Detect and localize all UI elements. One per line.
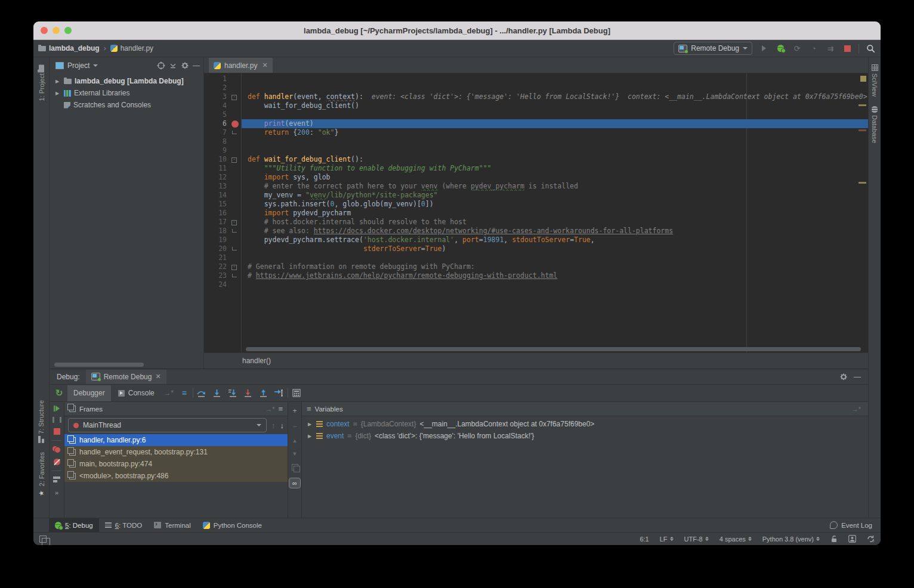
gutter-line[interactable]: 14 <box>204 191 241 200</box>
tool-stripe-project[interactable]: 1: Project <box>38 61 45 106</box>
run-button[interactable] <box>758 43 769 54</box>
step-into-button[interactable] <box>210 387 224 399</box>
move-down-button[interactable]: ▼ <box>292 451 298 457</box>
code-line[interactable] <box>242 253 868 262</box>
caret-position[interactable]: 6:1 <box>640 536 649 543</box>
locate-file-icon[interactable] <box>157 61 165 70</box>
code-line[interactable]: sys.path.insert(0, glob.glob(my_venv)[0]… <box>242 200 868 209</box>
gutter-line[interactable]: 1 <box>204 75 241 83</box>
code-line[interactable] <box>242 75 868 83</box>
expand-arrow-icon[interactable]: ▶ <box>308 434 313 439</box>
run-with-coverage-button[interactable]: ◔ <box>808 43 819 54</box>
chevron-down-icon[interactable] <box>93 64 98 67</box>
collapse-all-icon[interactable] <box>169 61 177 70</box>
stop-button[interactable] <box>842 43 853 54</box>
fold-marker-icon[interactable] <box>232 247 237 250</box>
project-tree-item[interactable]: ▶lambda_debug [Lambda Debug] <box>50 75 203 87</box>
project-view-title[interactable]: Project <box>67 61 89 70</box>
stop-button[interactable] <box>54 428 60 435</box>
hamburger-menu-icon[interactable]: ≡ <box>278 404 283 413</box>
run-configuration-select[interactable]: Remote Debug <box>674 42 752 55</box>
show-watches-button[interactable]: ∞ <box>289 478 301 488</box>
duplicate-watch-icon[interactable] <box>292 464 298 471</box>
gutter-line[interactable]: 20 <box>204 245 241 253</box>
editor-breadcrumb[interactable]: handler() <box>204 352 868 369</box>
step-into-my-code-button[interactable] <box>226 387 240 399</box>
fold-marker-icon[interactable] <box>232 274 237 277</box>
project-tree-item[interactable]: Scratches and Consoles <box>50 99 203 111</box>
expand-arrow-icon[interactable]: ▶ <box>55 79 61 84</box>
toolwindow-button-5-debug[interactable]: 5: Debug <box>49 518 99 532</box>
gutter-line[interactable]: 12 <box>204 173 241 182</box>
frame-row[interactable]: <module>, bootstrap.py:486 <box>64 470 288 482</box>
code-line[interactable]: wait_for_debug_client() <box>242 101 868 110</box>
hide-tool-window-icon[interactable]: — <box>193 61 200 70</box>
code-line[interactable]: # https://www.jetbrains.com/help/pycharm… <box>242 271 868 280</box>
fold-marker-icon[interactable]: - <box>231 95 237 100</box>
gutter-line[interactable]: 15 <box>204 200 241 209</box>
frame-row[interactable]: handler, handler.py:6 <box>64 434 288 446</box>
code-line[interactable]: import pydevd_pycharm <box>242 209 868 218</box>
code-line[interactable] <box>242 110 868 119</box>
rerun-debugger-button[interactable]: ↻ <box>52 387 66 399</box>
code-editor[interactable]: 123-45678910-11121314151617-1819202122-2… <box>204 73 868 352</box>
code-line[interactable] <box>242 137 868 146</box>
code-line[interactable]: # host.docker.internal should resolve to… <box>242 218 868 227</box>
editor-horizontal-scrollbar[interactable] <box>246 347 861 351</box>
status-widget-python-3-8-venv-[interactable]: Python 3.8 (venv) <box>762 536 820 543</box>
scrollbar-mark[interactable] <box>859 104 866 106</box>
code-line[interactable]: my_venv = "venv/lib/python*/site-package… <box>242 191 868 200</box>
resume-button[interactable] <box>54 406 60 411</box>
toolwindow-button-python-console[interactable]: Python Console <box>197 518 268 532</box>
tool-stripe-sciview[interactable]: SciView <box>871 60 878 101</box>
move-up-button[interactable]: ▲ <box>292 438 298 444</box>
frame-row[interactable]: main, bootstrap.py:474 <box>64 458 288 470</box>
project-tree-item[interactable]: ▶External Libraries <box>50 87 203 99</box>
lock-button[interactable] <box>830 535 838 543</box>
variable-row[interactable]: ▶event = {dict} <class 'dict'>: {'messag… <box>302 430 868 442</box>
code-line[interactable]: return {200: "ok"} <box>242 128 868 137</box>
next-frame-button[interactable]: ↓ <box>280 421 285 430</box>
scrollbar-mark[interactable] <box>860 76 866 82</box>
code-line[interactable]: # General information on remote debuggin… <box>242 262 868 271</box>
gutter-line[interactable]: 2 <box>204 83 241 92</box>
gear-icon[interactable] <box>839 373 848 381</box>
gutter-line[interactable]: 6 <box>204 119 241 128</box>
code-line[interactable] <box>242 146 868 155</box>
breakpoint-icon[interactable] <box>231 120 239 128</box>
code-line[interactable] <box>242 280 868 289</box>
execution-line[interactable]: print(event) <box>242 119 868 128</box>
toolwindow-button-terminal[interactable]: Terminal <box>148 518 196 532</box>
debug-session-tab[interactable]: Remote Debug ✕ <box>86 370 166 384</box>
gutter-line[interactable]: 10- <box>204 155 241 164</box>
step-over-button[interactable] <box>194 387 209 399</box>
pin-panel-icon[interactable]: →* <box>852 406 861 413</box>
code-area[interactable]: def handler(event, context): event: <cla… <box>242 73 868 352</box>
gutter-line[interactable]: 17- <box>204 218 241 227</box>
gutter-line[interactable]: 16 <box>204 209 241 218</box>
gutter-line[interactable]: 4 <box>204 101 241 110</box>
gutter-line[interactable]: 24 <box>204 280 241 289</box>
code-line[interactable]: stderrToServer=True) <box>242 245 868 253</box>
code-line[interactable]: # see also: https://docs.docker.com/desk… <box>242 227 868 236</box>
fold-marker-icon[interactable] <box>232 131 237 134</box>
tab-debugger[interactable]: Debugger <box>67 385 111 401</box>
rerun-failed-button[interactable]: ⇉ <box>825 43 836 54</box>
status-widget-lf[interactable]: LF <box>660 536 674 543</box>
code-with-me-button[interactable] <box>848 535 856 543</box>
gutter-line[interactable]: 13 <box>204 182 241 191</box>
restore-layout-button[interactable] <box>53 476 60 482</box>
fold-marker-icon[interactable]: - <box>231 157 237 163</box>
code-line[interactable]: def wait_for_debug_client(): <box>242 155 868 164</box>
breadcrumb-file[interactable]: handler.py <box>121 44 153 52</box>
gutter-line[interactable]: 7 <box>204 128 241 137</box>
tool-stripe-database[interactable]: Database <box>871 101 878 148</box>
editor-gutter[interactable]: 123-45678910-11121314151617-1819202122-2… <box>204 73 242 352</box>
close-session-icon[interactable]: ✕ <box>155 373 160 380</box>
pause-button[interactable] <box>53 417 61 423</box>
gutter-line[interactable]: 8 <box>204 137 241 146</box>
gutter-line[interactable]: 3- <box>204 92 241 101</box>
gutter-line[interactable]: 18 <box>204 227 241 236</box>
scrollbar-mark[interactable] <box>859 182 866 184</box>
status-widget-utf-8[interactable]: UTF-8 <box>684 536 709 543</box>
